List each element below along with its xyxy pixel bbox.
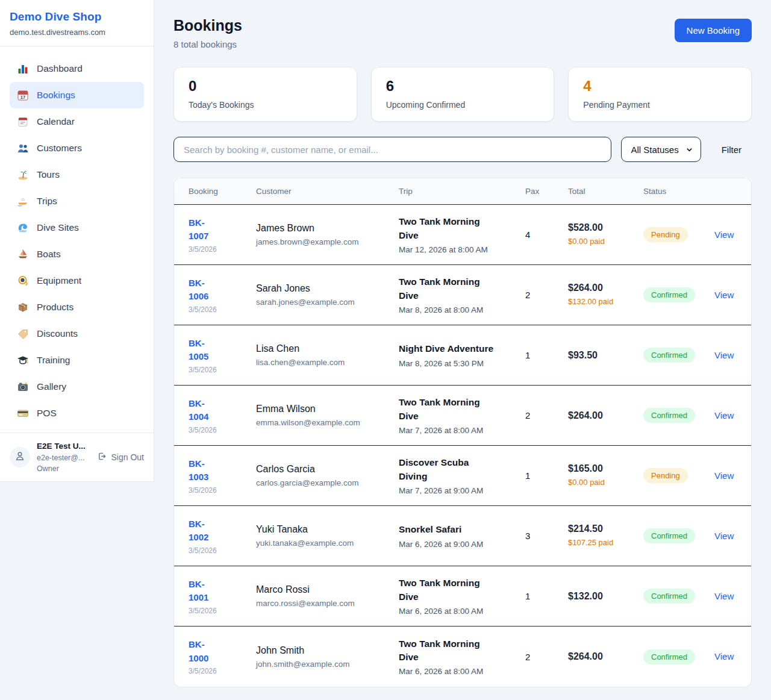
people-icon [17, 142, 29, 154]
pax-count: 1 [525, 350, 568, 360]
bar-chart-icon [17, 63, 29, 75]
svg-text:17: 17 [20, 95, 25, 100]
total-amount: $528.00 [568, 222, 643, 233]
booking-id-link[interactable]: BK-1001 [189, 578, 220, 605]
total-amount: $165.00 [568, 463, 643, 474]
sidebar-item[interactable]: Training [10, 347, 144, 373]
customer-email: lisa.chen@example.com [256, 358, 399, 367]
sailboat-icon [17, 248, 29, 260]
trip-name: Two Tank Morning Dive [399, 396, 495, 423]
stat-card: 6 Upcoming Confirmed [371, 67, 555, 122]
table-row: BK-1002 3/5/2026 Yuki Tanaka yuki.tanaka… [174, 506, 751, 566]
customer-name: Carlos Garcia [256, 464, 399, 475]
pax-count: 2 [525, 290, 568, 300]
sidebar-item[interactable]: POS [10, 400, 144, 427]
column-header-status: Status [643, 187, 714, 196]
trip-datetime: Mar 6, 2026 at 8:00 AM [399, 607, 525, 616]
sidebar-item-label: Gallery [37, 381, 66, 392]
customer-name: James Brown [256, 223, 399, 234]
customer-email: emma.wilson@example.com [256, 418, 399, 427]
booking-id-link[interactable]: BK-1007 [189, 216, 220, 243]
user-role: Owner [37, 464, 86, 473]
column-header-pax: Pax [525, 187, 568, 196]
trip-name: Snorkel Safari [399, 523, 495, 536]
customer-name: Yuki Tanaka [256, 524, 399, 535]
table-row: BK-1001 3/5/2026 Marco Rossi marco.rossi… [174, 566, 751, 627]
booking-id-link[interactable]: BK-1005 [189, 337, 220, 364]
sidebar-item[interactable]: Equipment [10, 267, 144, 294]
page-title: Bookings [173, 17, 242, 34]
booking-id-link[interactable]: BK-1000 [189, 638, 220, 665]
bookings-table: Booking Customer Trip Pax Total Status B… [173, 178, 752, 687]
view-link[interactable]: View [714, 230, 734, 240]
table-row: BK-1003 3/5/2026 Carlos Garcia carlos.ga… [174, 446, 751, 506]
search-input[interactable] [173, 137, 611, 162]
status-badge: Pending [643, 227, 688, 242]
graduation-cap-icon [17, 354, 29, 366]
sidebar-item[interactable]: 17 Bookings [10, 82, 144, 108]
total-amount: $264.00 [568, 651, 643, 662]
filter-button[interactable]: Filter [711, 145, 752, 155]
paid-amount: $0.00 paid [568, 236, 620, 247]
view-link[interactable]: View [714, 651, 734, 661]
user-name: E2E Test U... [37, 441, 86, 452]
booking-id-link[interactable]: BK-1004 [189, 397, 220, 424]
booking-date: 3/5/2026 [189, 546, 256, 555]
sidebar-item[interactable]: Tours [10, 161, 144, 188]
total-amount: $214.50 [568, 523, 643, 534]
view-link[interactable]: View [714, 531, 734, 541]
wave-icon [17, 222, 29, 234]
sidebar-item-label: Boats [37, 249, 61, 260]
booking-id-link[interactable]: BK-1003 [189, 457, 220, 484]
table-row: BK-1007 3/5/2026 James Brown james.brown… [174, 205, 751, 265]
booking-id-link[interactable]: BK-1002 [189, 517, 220, 545]
sidebar-item[interactable]: Discounts [10, 320, 144, 347]
booking-date: 3/5/2026 [189, 366, 256, 374]
stats-row: 0 Today's Bookings 6 Upcoming Confirmed … [173, 67, 752, 122]
sidebar-item[interactable]: Calendar [10, 108, 144, 135]
sidebar-item-label: Equipment [37, 275, 81, 286]
stat-card: 0 Today's Bookings [173, 67, 357, 122]
person-icon [14, 451, 25, 464]
table-row: BK-1006 3/5/2026 Sarah Jones sarah.jones… [174, 265, 751, 325]
booking-id-link[interactable]: BK-1006 [189, 277, 220, 304]
tag-icon [17, 328, 29, 340]
island-icon [17, 169, 29, 181]
brand-name[interactable]: Demo Dive Shop [10, 10, 144, 23]
trip-datetime: Mar 12, 2026 at 8:00 AM [399, 245, 525, 254]
paid-amount: $132.00 paid [568, 296, 620, 307]
pax-count: 1 [525, 591, 568, 601]
trip-datetime: Mar 7, 2026 at 9:00 AM [399, 486, 525, 495]
view-link[interactable]: View [714, 470, 734, 481]
sidebar-item-label: Bookings [37, 90, 75, 101]
table-body: BK-1007 3/5/2026 James Brown james.brown… [174, 205, 751, 687]
customer-email: marco.rossi@example.com [256, 599, 399, 608]
speedboat-icon [17, 195, 29, 207]
sidebar-item[interactable]: Boats [10, 241, 144, 267]
sidebar-item[interactable]: Customers [10, 135, 144, 161]
sidebar-item-label: Calendar [37, 116, 75, 127]
page-header: Bookings 8 total bookings New Booking [173, 17, 752, 49]
sidebar-item-label: Trips [37, 196, 57, 207]
sidebar-nav: Dashboard 17 Bookings Calendar Customers [0, 46, 154, 433]
sidebar-item[interactable]: Trips [10, 188, 144, 214]
customer-email: james.brown@example.com [256, 237, 399, 246]
sign-out-button[interactable]: Sign Out [97, 451, 144, 463]
total-amount: $264.00 [568, 283, 643, 293]
status-badge: Confirmed [643, 589, 695, 604]
view-link[interactable]: View [714, 350, 734, 360]
status-select[interactable]: All Statuses [621, 137, 701, 162]
sidebar-item[interactable]: Gallery [10, 373, 144, 400]
sidebar-item[interactable]: Dive Sites [10, 214, 144, 241]
sidebar-item[interactable]: Dashboard [10, 55, 144, 82]
table-header: Booking Customer Trip Pax Total Status [174, 178, 751, 205]
status-badge: Confirmed [643, 649, 695, 664]
view-link[interactable]: View [714, 410, 734, 420]
sidebar-item-label: POS [37, 408, 57, 419]
new-booking-button[interactable]: New Booking [675, 19, 752, 42]
sidebar-item[interactable]: Products [10, 294, 144, 320]
view-link[interactable]: View [714, 591, 734, 601]
column-header-trip: Trip [399, 187, 525, 196]
booking-date: 3/5/2026 [189, 486, 256, 495]
view-link[interactable]: View [714, 290, 734, 300]
